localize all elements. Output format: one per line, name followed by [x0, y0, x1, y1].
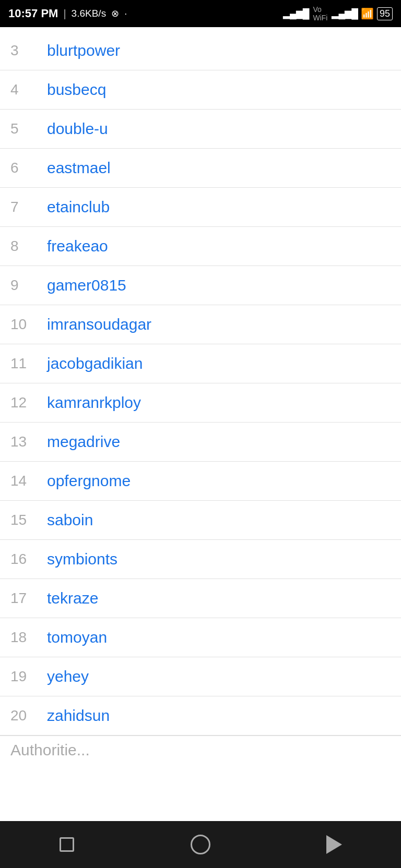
row-name[interactable]: imransoudagar [47, 316, 391, 333]
row-number: 4 [10, 81, 47, 98]
row-number: 18 [10, 629, 47, 646]
row-number: 12 [10, 394, 47, 411]
row-name[interactable]: kamranrkploy [47, 394, 391, 412]
partial-bottom-text: Authoritie... [0, 736, 401, 764]
status-time: 10:57 PM [8, 7, 58, 20]
list-item[interactable]: 7etainclub [0, 188, 401, 227]
list-item[interactable]: 3blurtpower [0, 31, 401, 70]
row-name[interactable]: etainclub [47, 198, 391, 216]
row-number: 14 [10, 473, 47, 489]
data-icon: ⊗ [111, 8, 119, 19]
back-icon [326, 835, 342, 854]
list-item[interactable]: 13megadrive [0, 423, 401, 462]
list-item[interactable]: 17tekraze [0, 579, 401, 618]
home-button[interactable] [186, 830, 215, 859]
list-item[interactable]: 19yehey [0, 657, 401, 696]
list-item[interactable]: 9gamer0815 [0, 266, 401, 305]
row-name[interactable]: jacobgadikian [47, 355, 391, 372]
status-dot: · [124, 8, 127, 19]
row-number: 16 [10, 551, 47, 568]
signal-bars-icon: ▂▄▆█ [283, 8, 309, 19]
list-item[interactable]: 12kamranrkploy [0, 383, 401, 423]
home-icon [191, 835, 210, 854]
list-item[interactable]: 10imransoudagar [0, 305, 401, 344]
row-name[interactable]: tekraze [47, 589, 391, 607]
row-number: 10 [10, 316, 47, 333]
list-item[interactable]: 18tomoyan [0, 618, 401, 657]
list-item[interactable]: 16symbionts [0, 540, 401, 579]
nav-bar [0, 821, 401, 868]
signal-bars-2-icon: ▂▄▆█ [332, 8, 358, 19]
row-number: 9 [10, 277, 47, 294]
status-speed: 3.6KB/s [72, 8, 107, 19]
list-item[interactable]: 15saboin [0, 501, 401, 540]
list-container: 3blurtpower4busbecq5double-u6eastmael7et… [0, 27, 401, 821]
rows-container: 3blurtpower4busbecq5double-u6eastmael7et… [0, 31, 401, 736]
row-name[interactable]: busbecq [47, 81, 391, 99]
list-item[interactable]: 5double-u [0, 110, 401, 149]
row-number: 7 [10, 199, 47, 215]
list-item[interactable]: 8freakeao [0, 227, 401, 266]
row-number: 6 [10, 160, 47, 176]
row-name[interactable]: tomoyan [47, 629, 391, 646]
row-name[interactable]: opfergnome [47, 472, 391, 490]
wifi-icon: 📶 [361, 7, 374, 20]
row-number: 15 [10, 512, 47, 528]
row-number: 3 [10, 42, 47, 59]
back-button[interactable] [320, 830, 349, 859]
list-item[interactable]: 4busbecq [0, 70, 401, 110]
recent-button[interactable] [53, 830, 81, 859]
list-item[interactable]: 11jacobgadikian [0, 344, 401, 383]
row-name[interactable]: symbionts [47, 550, 391, 568]
row-name[interactable]: double-u [47, 120, 391, 138]
row-name[interactable]: megadrive [47, 433, 391, 451]
recent-icon [60, 837, 74, 852]
vo-wifi-icon: VoWiFi [313, 5, 327, 22]
row-number: 8 [10, 238, 47, 255]
battery-indicator: 95 [377, 7, 393, 20]
row-number: 13 [10, 433, 47, 450]
row-name[interactable]: yehey [47, 668, 391, 685]
row-name[interactable]: zahidsun [47, 707, 391, 725]
row-name[interactable]: gamer0815 [47, 276, 391, 294]
row-number: 5 [10, 120, 47, 137]
row-name[interactable]: eastmael [47, 159, 391, 177]
list-item[interactable]: 6eastmael [0, 149, 401, 188]
list-item[interactable]: 14opfergnome [0, 462, 401, 501]
row-name[interactable]: saboin [47, 511, 391, 529]
list-item[interactable]: 20zahidsun [0, 696, 401, 736]
status-bar: 10:57 PM | 3.6KB/s ⊗ · ▂▄▆█ VoWiFi ▂▄▆█ … [0, 0, 401, 27]
row-name[interactable]: blurtpower [47, 42, 391, 59]
row-number: 19 [10, 668, 47, 685]
status-bar-right: ▂▄▆█ VoWiFi ▂▄▆█ 📶 95 [283, 5, 393, 22]
status-bar-left: 10:57 PM | 3.6KB/s ⊗ · [8, 7, 127, 20]
row-number: 20 [10, 707, 47, 724]
status-separator: | [63, 8, 66, 20]
row-number: 11 [10, 355, 47, 372]
row-number: 17 [10, 590, 47, 607]
row-name[interactable]: freakeao [47, 237, 391, 255]
